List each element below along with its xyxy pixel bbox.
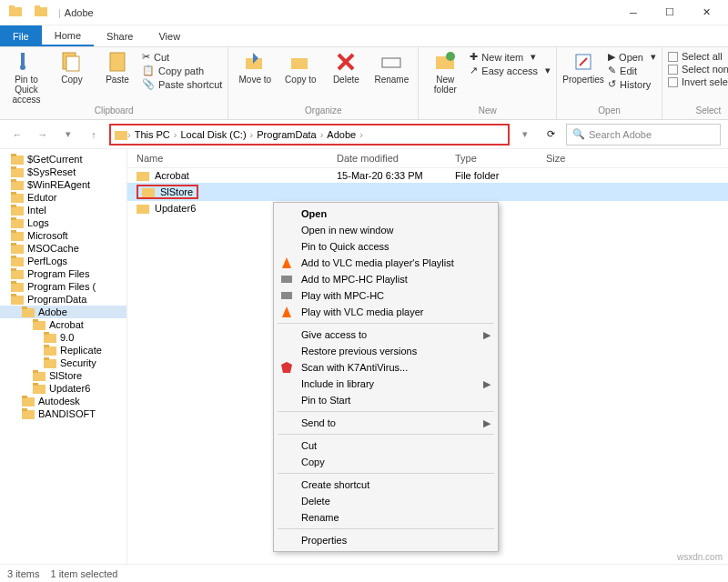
move-to-button[interactable]: Move to bbox=[234, 49, 276, 85]
crumb[interactable]: Local Disk (C:) bbox=[177, 129, 249, 140]
file-row[interactable]: SlStore bbox=[127, 183, 728, 201]
edit-button[interactable]: ✎Edit bbox=[608, 65, 656, 76]
context-item[interactable]: Open in new window bbox=[274, 222, 498, 238]
context-item[interactable]: Delete bbox=[274, 493, 498, 509]
tab-home[interactable]: Home bbox=[42, 25, 94, 46]
select-none-button[interactable]: Select none bbox=[668, 64, 728, 75]
search-icon: 🔍 bbox=[572, 128, 585, 140]
tab-share[interactable]: Share bbox=[94, 25, 146, 46]
col-type[interactable]: Type bbox=[455, 153, 546, 164]
tree-item[interactable]: MSOCache bbox=[0, 242, 126, 255]
tree-item[interactable]: Edutor bbox=[0, 191, 126, 204]
col-date[interactable]: Date modified bbox=[337, 153, 455, 164]
paste-shortcut-button[interactable]: 📎Paste shortcut bbox=[142, 78, 222, 90]
context-item[interactable]: Add to MPC-HC Playlist bbox=[274, 271, 498, 287]
context-item[interactable]: Restore previous versions bbox=[274, 343, 498, 359]
status-selected: 1 item selected bbox=[50, 568, 117, 579]
tree-item[interactable]: Intel bbox=[0, 204, 126, 216]
copy-button[interactable]: Copy bbox=[51, 49, 93, 85]
paste-button[interactable]: Paste bbox=[96, 49, 138, 85]
history-button[interactable]: ↺History bbox=[608, 78, 656, 90]
up-button[interactable]: ↑ bbox=[84, 125, 104, 145]
tree-item[interactable]: Security bbox=[0, 356, 126, 369]
tree-item[interactable]: Logs bbox=[0, 216, 126, 229]
recent-button[interactable]: ▾ bbox=[58, 125, 78, 145]
tree-item[interactable]: Acrobat bbox=[0, 318, 126, 331]
new-folder-button[interactable]: New folder bbox=[424, 49, 466, 95]
delete-button[interactable]: Delete bbox=[325, 49, 367, 85]
tree-item[interactable]: Microsoft bbox=[0, 229, 126, 242]
copy-path-button[interactable]: 📋Copy path bbox=[142, 65, 222, 76]
context-item[interactable]: Open bbox=[274, 206, 498, 222]
context-item[interactable]: Play with VLC media player bbox=[274, 304, 498, 320]
crumb[interactable]: This PC bbox=[131, 129, 174, 140]
forward-button[interactable]: → bbox=[33, 125, 53, 145]
invert-selection-button[interactable]: Invert selection bbox=[668, 76, 728, 87]
context-item[interactable]: Cut bbox=[274, 437, 498, 454]
nav-tree[interactable]: $GetCurrent$SysReset$WinREAgentEdutorInt… bbox=[0, 149, 127, 564]
context-item[interactable]: Properties bbox=[274, 532, 498, 548]
file-row[interactable]: Acrobat15-Mar-20 6:33 PMFile folder bbox=[127, 168, 728, 183]
tree-item[interactable]: Autodesk bbox=[0, 395, 126, 407]
crumb[interactable]: ProgramData bbox=[253, 129, 319, 140]
context-item[interactable]: Create shortcut bbox=[274, 477, 498, 493]
breadcrumb[interactable]: › This PC› Local Disk (C:)› ProgramData›… bbox=[109, 124, 510, 146]
svg-rect-48 bbox=[44, 359, 56, 368]
back-button[interactable]: ← bbox=[7, 125, 27, 145]
context-item[interactable]: Copy bbox=[274, 454, 498, 470]
tree-item[interactable]: Program Files bbox=[0, 267, 126, 280]
maximize-button[interactable]: ☐ bbox=[652, 0, 688, 25]
tree-item[interactable]: Program Files ( bbox=[0, 280, 126, 293]
context-item[interactable]: Play with MPC-HC bbox=[274, 287, 498, 304]
tree-item[interactable]: ProgramData bbox=[0, 293, 126, 306]
tree-item[interactable]: $WinREAgent bbox=[0, 178, 126, 191]
svg-rect-33 bbox=[11, 256, 16, 258]
tree-item[interactable]: 9.0 bbox=[0, 331, 126, 344]
address-dropdown[interactable]: ▾ bbox=[515, 125, 535, 145]
pin-quick-access-button[interactable]: Pin to Quick access bbox=[5, 49, 47, 105]
refresh-button[interactable]: ⟳ bbox=[541, 125, 561, 145]
context-item[interactable]: Send to▶ bbox=[274, 415, 498, 431]
svg-rect-50 bbox=[33, 372, 46, 381]
context-item[interactable]: Rename bbox=[274, 509, 498, 526]
svg-rect-23 bbox=[11, 192, 16, 195]
svg-rect-11 bbox=[382, 58, 400, 67]
copy-to-button[interactable]: Copy to bbox=[279, 49, 321, 85]
folder-icon bbox=[22, 306, 35, 317]
context-item[interactable]: Scan with K7AntiVirus... bbox=[274, 359, 498, 376]
svg-rect-22 bbox=[11, 194, 24, 203]
context-item[interactable]: Give access to▶ bbox=[274, 326, 498, 343]
new-item-button[interactable]: ✚New item▾ bbox=[470, 51, 551, 63]
group-label: Open bbox=[562, 105, 656, 117]
close-button[interactable]: ✕ bbox=[688, 0, 724, 25]
cut-button[interactable]: ✂Cut bbox=[142, 51, 222, 63]
tree-item[interactable]: PerfLogs bbox=[0, 255, 126, 267]
col-size[interactable]: Size bbox=[546, 153, 601, 164]
tree-item[interactable]: BANDISOFT bbox=[0, 407, 126, 420]
properties-button[interactable]: Properties bbox=[562, 49, 604, 85]
tree-item[interactable]: Replicate bbox=[0, 344, 126, 356]
rename-button[interactable]: Rename bbox=[370, 49, 412, 85]
crumb[interactable]: Adobe bbox=[323, 129, 359, 140]
open-button[interactable]: ▶Open▾ bbox=[608, 51, 656, 63]
minimize-button[interactable]: ─ bbox=[615, 0, 652, 25]
tree-item[interactable]: Updater6 bbox=[0, 382, 126, 395]
context-item[interactable]: Pin to Start bbox=[274, 392, 498, 408]
tree-item[interactable]: Adobe bbox=[0, 306, 126, 318]
tree-item[interactable]: $SysReset bbox=[0, 166, 126, 178]
file-menu[interactable]: File bbox=[0, 25, 42, 46]
easy-access-button[interactable]: ↗Easy access▾ bbox=[470, 65, 551, 76]
context-item[interactable]: Include in library▶ bbox=[274, 376, 498, 392]
tree-item[interactable]: SlStore bbox=[0, 369, 126, 382]
folder-icon bbox=[44, 357, 56, 368]
search-input[interactable]: 🔍Search Adobe bbox=[566, 124, 721, 146]
watermark: wsxdn.com bbox=[677, 552, 723, 562]
select-all-button[interactable]: Select all bbox=[668, 51, 728, 62]
context-item[interactable]: Add to VLC media player's Playlist bbox=[274, 255, 498, 271]
tree-item[interactable]: $GetCurrent bbox=[0, 153, 126, 166]
context-item[interactable]: Pin to Quick access bbox=[274, 238, 498, 255]
svg-rect-45 bbox=[44, 332, 49, 335]
address-bar: ← → ▾ ↑ › This PC› Local Disk (C:)› Prog… bbox=[0, 120, 728, 149]
tab-view[interactable]: View bbox=[146, 25, 193, 46]
col-name[interactable]: Name bbox=[136, 153, 337, 164]
